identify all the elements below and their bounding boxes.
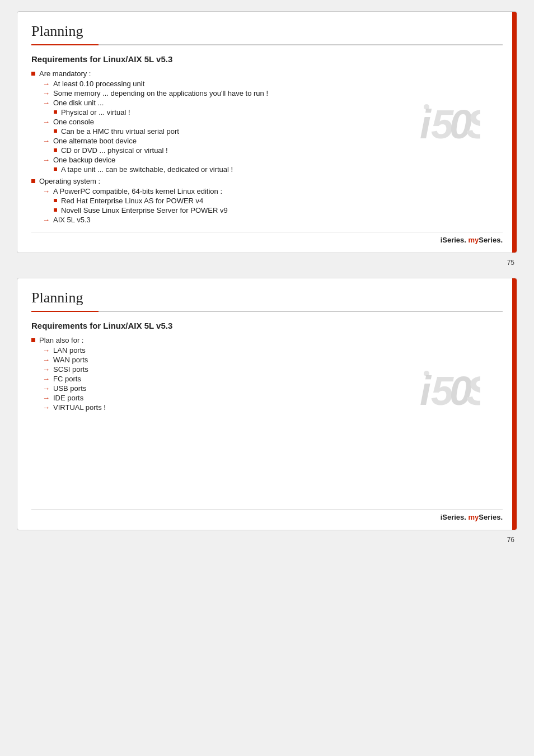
title-underline-76 bbox=[31, 311, 503, 312]
arrow-text-0-75: At least 0.10 processing unit bbox=[53, 80, 144, 88]
arrow-item-1-75: → Some memory ... depending on the appli… bbox=[43, 89, 503, 97]
accent-bar-76 bbox=[512, 278, 517, 530]
arrow-wan-76: → WAN ports bbox=[43, 356, 503, 364]
logo-overlay-75: i 5 0 S bbox=[419, 99, 480, 146]
footer-iseries-76: iSeries. bbox=[441, 513, 466, 521]
slide-content-76: Requirements for Linux/AIX 5L v5.3 Plan … bbox=[31, 321, 503, 413]
footer-my-76: my bbox=[469, 513, 479, 521]
second-sub-0-0-75: Red Hat Enterprise Linux AS for POWER v4 bbox=[54, 197, 503, 205]
second-arrow-icon-1-75: → bbox=[43, 216, 50, 224]
footer-brand-75: iSeries. mySeries. bbox=[441, 236, 503, 244]
accent-bar bbox=[512, 12, 517, 253]
top-bullet-text-76: Plan also for : bbox=[39, 336, 84, 344]
arrow-text-1-75: Some memory ... depending on the applica… bbox=[53, 89, 268, 97]
second-bullet-square-75 bbox=[31, 179, 35, 183]
sub-bullet-text-3-0-75: Can be a HMC thru virtual serial port bbox=[61, 127, 179, 136]
spacer-76 bbox=[31, 413, 503, 502]
i5os-logo-svg-75: i 5 0 S bbox=[419, 99, 480, 144]
arrow-icon-virtual-76: → bbox=[43, 403, 50, 412]
footer-series-76: Series. bbox=[479, 513, 503, 521]
arrow-icon-ide-76: → bbox=[43, 394, 50, 402]
arrow-text-5-75: One backup device bbox=[53, 156, 115, 164]
i5os-logo-svg-76: i 5 0 S bbox=[419, 366, 480, 410]
arrow-icon-3-75: → bbox=[43, 118, 50, 126]
second-sub-sq-0-0-75 bbox=[54, 199, 57, 202]
arrow-text-wan-76: WAN ports bbox=[53, 356, 88, 364]
sub-bullet-sq-2-0-75 bbox=[54, 110, 57, 114]
arrow-text-3-75: One console bbox=[53, 118, 94, 126]
arrow-icon-wan-76: → bbox=[43, 356, 50, 364]
arrow-item-0-75: → At least 0.10 processing unit bbox=[43, 80, 503, 88]
slide-title-76: Planning bbox=[31, 290, 503, 306]
title-underline-75 bbox=[31, 44, 503, 45]
second-sub-sq-0-1-75 bbox=[54, 208, 57, 212]
top-bullet-item-75: Are mandatory : bbox=[31, 69, 503, 78]
section-heading-75: Requirements for Linux/AIX 5L v5.3 bbox=[31, 54, 503, 64]
arrow-icon-usb-76: → bbox=[43, 384, 50, 393]
svg-text:S: S bbox=[466, 102, 480, 144]
arrow-icon-scsi-76: → bbox=[43, 365, 50, 374]
second-arrow-text-1-75: AIX 5L v5.3 bbox=[53, 216, 91, 224]
sub-bullet-text-4-0-75: CD or DVD ... physical or virtual ! bbox=[61, 146, 168, 155]
arrow-text-2-75: One disk unit ... bbox=[53, 99, 104, 107]
section-heading-76: Requirements for Linux/AIX 5L v5.3 bbox=[31, 321, 503, 330]
second-sub-0-1-75: Novell Suse Linux Enterprise Server for … bbox=[54, 206, 503, 214]
arrow-text-lan-76: LAN ports bbox=[53, 346, 86, 354]
second-sub-text-0-0-75: Red Hat Enterprise Linux AS for POWER v4 bbox=[61, 197, 203, 205]
arrow-icon-lan-76: → bbox=[43, 346, 50, 354]
sub-bullet-sq-5-0-75 bbox=[54, 167, 57, 171]
sub-bullet-sq-3-0-75 bbox=[54, 129, 57, 133]
footer-series-75: Series. bbox=[479, 236, 503, 244]
slide-content-75: Requirements for Linux/AIX 5L v5.3 Are m… bbox=[31, 54, 503, 225]
second-arrow-0-75: → A PowerPC compatible, 64-bits kernel L… bbox=[43, 187, 503, 195]
second-arrow-icon-0-75: → bbox=[43, 187, 50, 195]
footer-iseries-75: iSeries. bbox=[441, 236, 466, 244]
second-bullet-text-75: Operating system : bbox=[39, 177, 100, 185]
second-sub-text-0-1-75: Novell Suse Linux Enterprise Server for … bbox=[61, 206, 228, 214]
footer-75: iSeries. mySeries. bbox=[31, 232, 503, 244]
arrow-lan-76: → LAN ports bbox=[43, 346, 503, 354]
arrow-text-scsi-76: SCSI ports bbox=[53, 365, 88, 374]
arrow-icon-fc-76: → bbox=[43, 375, 50, 383]
second-arrow-text-0-75: A PowerPC compatible, 64-bits kernel Lin… bbox=[53, 187, 222, 195]
arrow-icon-5-75: → bbox=[43, 156, 50, 164]
arrow-icon-2-75: → bbox=[43, 99, 50, 107]
logo-overlay-76: i 5 0 S bbox=[419, 366, 480, 412]
top-bullet-text-75: Are mandatory : bbox=[39, 69, 91, 78]
arrow-icon-1-75: → bbox=[43, 89, 50, 97]
slide-76: Planning Requirements for Linux/AIX 5L v… bbox=[17, 278, 517, 530]
footer-my-75: my bbox=[469, 236, 479, 244]
arrow-text-ide-76: IDE ports bbox=[53, 394, 83, 402]
arrow-text-usb-76: USB ports bbox=[53, 384, 86, 393]
bullet-square-76 bbox=[31, 338, 35, 342]
arrow-text-fc-76: FC ports bbox=[53, 375, 81, 383]
arrow-item-5-75: → One backup device bbox=[43, 156, 503, 164]
second-bullet-item-75: Operating system : bbox=[31, 177, 503, 185]
svg-point-9 bbox=[424, 371, 429, 376]
arrow-text-virtual-76: VIRTUAL ports ! bbox=[53, 403, 106, 412]
sub-bullet-5-0-75: A tape unit ... can be switchable, dedic… bbox=[54, 165, 503, 174]
sub-bullet-sq-4-0-75 bbox=[54, 148, 57, 152]
page-number-76: 76 bbox=[17, 536, 517, 544]
arrow-icon-4-75: → bbox=[43, 137, 50, 145]
arrow-icon-0-75: → bbox=[43, 80, 50, 88]
footer-brand-76: iSeries. mySeries. bbox=[441, 513, 503, 521]
page-wrapper: Planning Requirements for Linux/AIX 5L v… bbox=[0, 0, 534, 555]
top-bullet-item-76: Plan also for : bbox=[31, 336, 503, 344]
footer-76: iSeries. mySeries. bbox=[31, 509, 503, 521]
arrow-text-4-75: One alternate boot device bbox=[53, 137, 137, 145]
slide-title-75: Planning bbox=[31, 23, 503, 40]
svg-text:S: S bbox=[466, 368, 480, 410]
bullet-square-75 bbox=[31, 72, 35, 76]
sub-bullet-text-2-0-75: Physical or ... virtual ! bbox=[61, 108, 130, 116]
sub-bullet-4-0-75: CD or DVD ... physical or virtual ! bbox=[54, 146, 503, 155]
page-number-75: 75 bbox=[17, 259, 517, 267]
svg-point-4 bbox=[424, 104, 429, 110]
slide-75: Planning Requirements for Linux/AIX 5L v… bbox=[17, 11, 517, 253]
sub-bullet-text-5-0-75: A tape unit ... can be switchable, dedic… bbox=[61, 165, 233, 174]
second-arrow-1-75: → AIX 5L v5.3 bbox=[43, 216, 503, 224]
